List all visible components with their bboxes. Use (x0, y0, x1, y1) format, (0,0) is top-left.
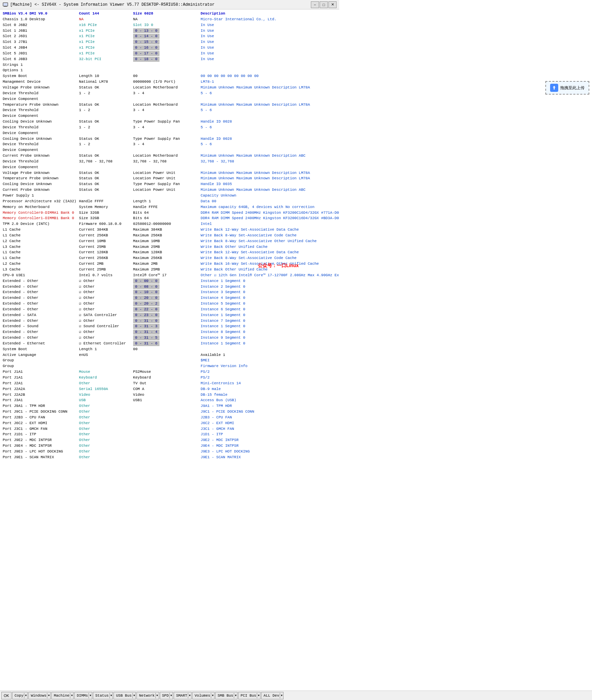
col-desc-cell: J6C2 - EXT HDMI (199, 420, 339, 426)
col-val2-cell: 0 - 31 - 0 (132, 318, 199, 324)
col-val1-cell: System Memory (78, 204, 132, 210)
col-val1-cell: Length 10 (78, 73, 132, 79)
col-val2-cell: Maximum 384KB (132, 227, 199, 233)
col-desc-cell: Minimum Unknown Maximum Unknown Descript… (199, 187, 339, 193)
table-row: Port J3A1USBUSB1Access Bus (USB) (1, 397, 339, 403)
col-val2-cell (132, 420, 199, 426)
col-val2-cell (132, 113, 199, 119)
table-row: Device Threshold1 - 23 - 45 - 6 (1, 90, 339, 96)
col-desc-cell: PS/2 (199, 369, 339, 375)
col-desc-cell: J3C1 - GMCH FAN (199, 426, 339, 432)
table-row: Device Component (1, 147, 339, 153)
table-row: Port J9E3 - LPC HOT DOCKINGOtherJ9E3 - L… (1, 449, 339, 455)
col-name-cell: Extended - Other (1, 329, 78, 335)
table-row: L1 CacheCurrent 256KBMaximum 256KBWrite … (1, 233, 339, 238)
col-name-cell: Device Component (1, 113, 78, 119)
col-val1-cell: Status OK (78, 102, 132, 108)
col-name-cell: L3 Cache (1, 244, 78, 250)
col-val2-cell (132, 415, 199, 420)
col-desc-cell: PS/2 (199, 375, 339, 381)
col-val1-cell: Current 256KB (78, 233, 132, 238)
col-val2-cell: Type Power Supply Fan (132, 181, 199, 187)
table-row: Voltage Probe UnknownStatus OKLocation P… (1, 170, 339, 176)
col-name-cell: Port J6C2 - EXT HDMI (1, 420, 78, 426)
col-name-cell: Device Threshold (1, 141, 78, 147)
table-row: Strings 1 (1, 62, 339, 68)
col-desc-cell (199, 96, 339, 102)
col-name-cell: Cooling Device Unknown (1, 136, 78, 142)
table-row: Memory on MotherboardSystem MemoryHandle… (1, 204, 339, 210)
col-desc-cell: Intel (199, 221, 339, 227)
col-val2-cell: 0 - 23 - 0 (132, 312, 199, 318)
col-desc-cell: Write Back 8-Way Set-Associative Code Ca… (199, 233, 339, 238)
col-name-cell: Extended - Other (1, 289, 78, 295)
col-name-cell: Device Component (1, 130, 78, 136)
table-row: Current Probe UnknownStatus OKLocation M… (1, 153, 339, 159)
col-desc-cell (199, 62, 339, 68)
col-val1-cell: ☑ Other (78, 329, 132, 335)
col-val1-cell: ☑ Other (78, 278, 132, 284)
header-col3: Size 6028 (132, 11, 199, 17)
col-name-cell: Group (1, 358, 78, 363)
col-val1-cell: 1 - 2 (78, 141, 132, 147)
col-val1-cell: Current 25MB (78, 267, 132, 273)
table-row: Temperature Probe UnknownStatus OKLocati… (1, 176, 339, 181)
col-val1-cell (78, 164, 132, 170)
col-name-cell: L3 Cache (1, 267, 78, 273)
table-row: L3 CacheCurrent 25MBMaximum 25MBWrite Ba… (1, 244, 339, 250)
table-row: Extended - Other☑ Other0 - 31 - 4Instanc… (1, 329, 339, 335)
minimize-button[interactable]: − (311, 1, 319, 8)
col-val1-cell: Other (78, 432, 132, 437)
col-val1-cell: Status OK (78, 176, 132, 181)
col-desc-cell: Write Back 8-Way Set-Associative Other U… (199, 238, 339, 244)
col-desc-cell: Minimum Unknown Maximum Unknown Descript… (199, 85, 339, 90)
col-val1-cell: Other (78, 455, 132, 460)
col-val1-cell: ☑ Other (78, 301, 132, 307)
close-button[interactable]: ✕ (328, 1, 337, 8)
col-val1-cell: ☑ Other (78, 318, 132, 324)
col-desc-cell: Instance 1 Segment 0 (199, 341, 339, 346)
col-name-cell: Extended - Other (1, 335, 78, 341)
col-val1-cell: Other (78, 403, 132, 409)
col-val2-cell: 0 - 20 - 0 (132, 295, 199, 301)
col-val1-cell: Mouse (78, 369, 132, 375)
maximize-button[interactable]: □ (320, 1, 328, 8)
col-val1-cell (78, 62, 132, 68)
col-val2-cell: 00000000 (I/O Port) (132, 79, 199, 85)
col-name-cell: Device Component (1, 96, 78, 102)
col-name-cell: Port J9E4 - MDC INTPSR (1, 443, 78, 449)
table-row: CPU-0 U3E1Intel 0.7 voltsIntel® Core™ i7… (1, 273, 339, 278)
header-col4: Description (199, 11, 339, 17)
col-name-cell: Port J2A2B (1, 392, 78, 398)
table-row: Port J3C1 - GMCH FANOtherJ3C1 - GMCH FAN (1, 426, 339, 432)
col-name-cell: Device Threshold (1, 125, 78, 130)
col-val1-cell: Status OK (78, 170, 132, 176)
col-val1-cell: Other (78, 449, 132, 455)
col-val2-cell (132, 352, 199, 358)
col-name-cell: Cooling Device Unknown (1, 181, 78, 187)
col-desc-cell: Instance 1 Segment 0 (199, 323, 339, 329)
table-row: Extended - Other☑ Other0 - 00 - 0Instanc… (1, 278, 339, 284)
col-desc-cell: Handle ID 0035 (199, 181, 339, 187)
col-name-cell: Temperature Probe Unknown (1, 176, 78, 181)
main-content: SMBios V3.4 DMI V0.0 Count 144 Size 6028… (0, 9, 339, 691)
col-val2-cell: 00 (132, 346, 199, 352)
col-val2-cell: Handle FFFE (132, 204, 199, 210)
table-row: Slot 5 J8D1x1 PCIe0 - 17 - 0In Use (1, 51, 339, 56)
col-val2-cell: 00 (132, 73, 199, 79)
col-desc-cell: Instance 2 Segment 0 (199, 284, 339, 290)
col-val1-cell: Handle FFFF (78, 199, 132, 204)
col-desc-cell: $MEI (199, 358, 339, 363)
col-val2-cell: 0 - 31 - 4 (132, 329, 199, 335)
table-row: Device Threshold32,768 - 32,76832,768 - … (1, 159, 339, 164)
table-row: Memory Controller0-DIMMA1 Bank 0Size 32G… (1, 210, 339, 216)
col-val1-cell: ☑ Ethernet Controller (78, 341, 132, 346)
col-val2-cell: NA (132, 17, 199, 22)
table-row: Extended - Other☑ Other0 - 20 - 2Instanc… (1, 301, 339, 307)
col-desc-cell: LM78-1 (199, 79, 339, 85)
col-val1-cell: Other (78, 437, 132, 443)
col-val2-cell: 0 - 00 - 0 (132, 278, 199, 284)
col-name-cell: Port J1A1 (1, 369, 78, 375)
col-val1-cell: Other (78, 443, 132, 449)
table-row: Port J2A2ASerial 16550ACOM ADB-9 male (1, 386, 339, 392)
